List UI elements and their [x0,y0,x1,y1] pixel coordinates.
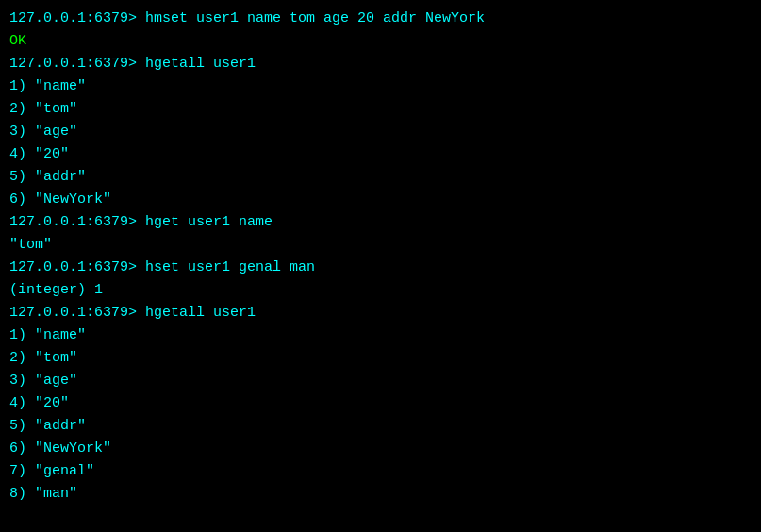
line-2: OK [9,30,752,53]
line-17: 3) "age" [9,370,752,392]
line-14: 127.0.0.1:6379> hgetall user1 [9,302,752,324]
line-19: 5) "addr" [9,415,752,438]
line-12: 127.0.0.1:6379> hset user1 genal man [9,257,752,279]
line-16: 2) "tom" [9,347,752,370]
line-5: 2) "tom" [9,98,752,121]
line-6: 3) "age" [9,121,752,143]
line-1: 127.0.0.1:6379> hmset user1 name tom age… [9,8,752,30]
line-4: 1) "name" [9,75,752,98]
line-22: 8) "man" [9,483,752,506]
line-3: 127.0.0.1:6379> hgetall user1 [9,53,752,75]
prompt-line[interactable]: 127.0.0.1:6379> [9,506,752,532]
line-20: 6) "NewYork" [9,438,752,460]
line-9: 6) "NewYork" [9,189,752,211]
terminal: 127.0.0.1:6379> hmset user1 name tom age… [9,8,752,524]
line-11: "tom" [9,234,752,257]
line-21: 7) "genal" [9,460,752,483]
line-10: 127.0.0.1:6379> hget user1 name [9,211,752,234]
line-18: 4) "20" [9,392,752,415]
line-13: (integer) 1 [9,279,752,302]
line-15: 1) "name" [9,324,752,347]
line-8: 5) "addr" [9,166,752,189]
line-7: 4) "20" [9,143,752,166]
